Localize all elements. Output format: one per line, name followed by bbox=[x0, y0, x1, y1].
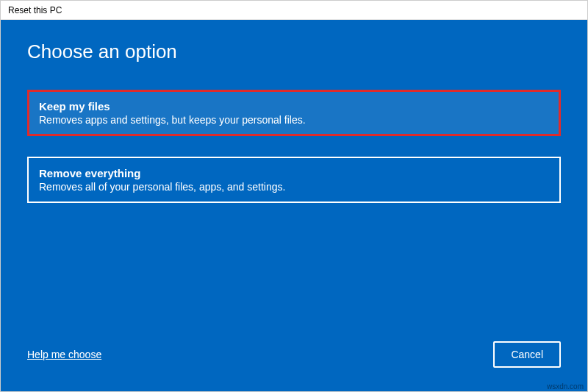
option-description: Removes all of your personal files, apps… bbox=[39, 181, 549, 193]
option-remove-everything[interactable]: Remove everything Removes all of your pe… bbox=[27, 157, 561, 203]
window-title: Reset this PC bbox=[8, 5, 62, 15]
dialog-content: Choose an option Keep my files Removes a… bbox=[1, 20, 587, 391]
watermark-text: wsxdn.com bbox=[547, 382, 584, 391]
page-heading: Choose an option bbox=[27, 40, 561, 63]
titlebar: Reset this PC bbox=[1, 1, 587, 20]
dialog-footer: Help me choose Cancel bbox=[27, 341, 561, 374]
help-me-choose-link[interactable]: Help me choose bbox=[27, 349, 101, 360]
cancel-button[interactable]: Cancel bbox=[493, 341, 561, 368]
reset-pc-window: Reset this PC Choose an option Keep my f… bbox=[0, 0, 588, 392]
option-title: Keep my files bbox=[39, 100, 549, 113]
option-title: Remove everything bbox=[39, 167, 549, 179]
option-description: Removes apps and settings, but keeps you… bbox=[39, 114, 549, 126]
option-keep-my-files[interactable]: Keep my files Removes apps and settings,… bbox=[27, 90, 561, 136]
